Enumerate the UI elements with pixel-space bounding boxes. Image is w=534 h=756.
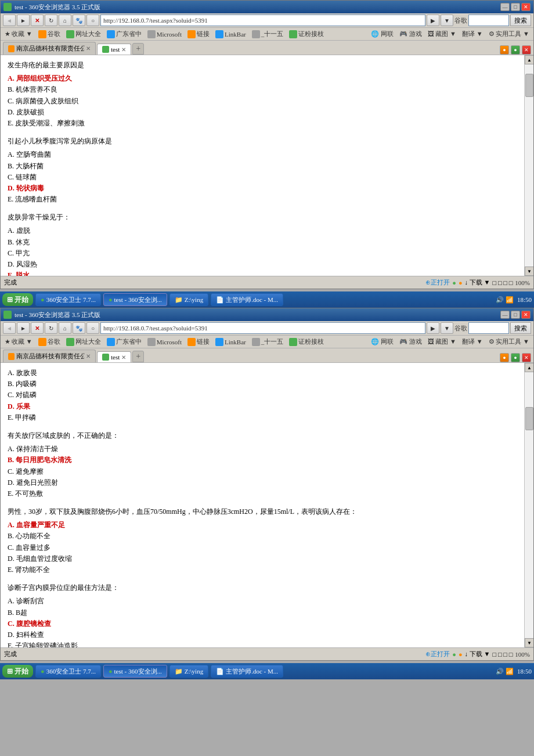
- option-8d: D. 妇科检查: [8, 629, 516, 640]
- go-button-2[interactable]: ▶: [427, 322, 439, 334]
- bookmark-wanglian-1[interactable]: 🌐 网联: [369, 29, 395, 39]
- bookmark-links-2[interactable]: 链接: [186, 337, 211, 347]
- linkbar-icon-1: [215, 30, 223, 38]
- taskbar-item-ying-2[interactable]: 📁 Z:\ying: [169, 665, 208, 678]
- bookmark-links-1[interactable]: 链接: [186, 29, 211, 39]
- bookmark-tools-2[interactable]: ⚙ 实用工具 ▼: [487, 337, 531, 347]
- bookmark-linkbar-2[interactable]: LinkBar: [214, 337, 248, 347]
- bookmark-google-2[interactable]: 谷歌: [37, 337, 62, 347]
- bookmark-eleven-2[interactable]: _十一五: [250, 337, 286, 347]
- ms-icon-2: [147, 338, 156, 346]
- bookmark-games-2[interactable]: 🎮 游戏: [398, 337, 424, 347]
- tab-ctrl-orange-1[interactable]: ●: [500, 45, 509, 55]
- search-input-1[interactable]: [468, 15, 509, 26]
- bookmark-label-ms-1: Microsoft: [157, 31, 182, 38]
- bookmark-zhengfen-1[interactable]: 证粉接枝: [287, 29, 326, 39]
- close-button-2[interactable]: ✕: [521, 311, 531, 319]
- scroll-down-2[interactable]: ▼: [525, 638, 533, 647]
- bookmark-ms-1[interactable]: Microsoft: [146, 30, 183, 39]
- bookmark-cangtu-1[interactable]: 🖼 藏图 ▼: [426, 29, 458, 39]
- bookmark-gd-1[interactable]: 广东省中: [105, 29, 143, 39]
- new-tab-button-2[interactable]: +: [132, 351, 144, 362]
- question-text-7: 男性，30岁，双下肢及胸腹部烧伤6小时，血压70/50mmHg，中心静脉压3cm…: [8, 506, 516, 517]
- tab-nanjing-2[interactable]: 南京品德科技有限责任公... ✕: [3, 350, 96, 362]
- bookmark-ms-2[interactable]: Microsoft: [146, 337, 183, 347]
- bookmark-url-1[interactable]: 网址大全: [64, 29, 103, 39]
- maximize-button-1[interactable]: □: [511, 3, 520, 11]
- paw-button-1[interactable]: 🐾: [73, 15, 85, 26]
- taskbar-item-doc-2[interactable]: 📄 主管护师.doc - M...: [211, 665, 283, 678]
- tab-test-2[interactable]: test ✕: [97, 351, 131, 362]
- tab-close-test-1[interactable]: ✕: [121, 46, 126, 53]
- tab-ctrl-orange-2[interactable]: ●: [500, 353, 509, 362]
- bookmark-favorites-2[interactable]: ★ 收藏 ▼: [3, 337, 34, 347]
- address-bar-2[interactable]: http://192.168.0.7/test.aspx?soluid=5391: [100, 322, 425, 334]
- start-button-2[interactable]: ⊞ 开始: [2, 665, 33, 678]
- back-button-2[interactable]: ◄: [3, 322, 16, 334]
- tab-nanjing-1[interactable]: 南京品德科技有限责任公... ✕: [3, 42, 96, 55]
- question-text-2: 引起小儿秋季腹泻常见的病原体是: [8, 136, 516, 147]
- minimize-button-2[interactable]: —: [500, 311, 510, 319]
- home-button-1[interactable]: ⌂: [59, 15, 71, 26]
- tab-ctrl-red-2[interactable]: ✕: [522, 353, 531, 362]
- search-button-2[interactable]: 搜索: [510, 322, 531, 334]
- taskbar-item-test-1[interactable]: ● test - 360安全浏...: [103, 293, 167, 306]
- address-bar-1[interactable]: http://192.168.0.7/test.aspx?soluid=5391: [100, 15, 425, 26]
- search-input-2[interactable]: [468, 322, 509, 334]
- nav-extra-1[interactable]: ○: [86, 15, 99, 26]
- start-button-1[interactable]: ⊞ 开始: [2, 293, 33, 306]
- taskbar-item-doc-1[interactable]: 📄 主管护师.doc - M...: [211, 293, 283, 306]
- taskbar-item-360-1[interactable]: ● 360安全卫士 7.7...: [35, 293, 101, 306]
- tab-close-nanjing-2[interactable]: ✕: [86, 353, 91, 359]
- tab-close-test-2[interactable]: ✕: [121, 354, 126, 361]
- search-button-1[interactable]: 搜索: [510, 15, 531, 26]
- forward-button-2[interactable]: ►: [17, 322, 30, 334]
- back-button-1[interactable]: ◄: [3, 15, 16, 26]
- bookmark-eleven-1[interactable]: _十一五: [250, 29, 286, 39]
- minimize-button-1[interactable]: —: [500, 3, 510, 11]
- bookmark-favorites-1[interactable]: ★ 收藏 ▼: [3, 29, 34, 39]
- dropdown-btn-2[interactable]: ▼: [441, 322, 453, 334]
- bookmark-wanglian-2[interactable]: 🌐 网联: [369, 337, 395, 347]
- bookmark-translate-2[interactable]: 翻译 ▼: [460, 337, 485, 347]
- bookmark-linkbar-1[interactable]: LinkBar: [214, 30, 248, 39]
- forward-button-1[interactable]: ►: [17, 15, 30, 26]
- bookmark-cangtu-2[interactable]: 🖼 藏图 ▼: [426, 337, 458, 347]
- scroll-down-1[interactable]: ▼: [525, 267, 533, 276]
- paw-button-2[interactable]: 🐾: [73, 322, 85, 334]
- new-tab-button-1[interactable]: +: [132, 43, 144, 55]
- status-circle-green-2: ●: [452, 651, 456, 658]
- taskbar-item-ying-1[interactable]: 📁 Z:\ying: [169, 293, 208, 306]
- bookmark-zhengfen-2[interactable]: 证粉接枝: [287, 337, 326, 347]
- dropdown-btn-1[interactable]: ▼: [441, 15, 453, 26]
- tab-icon-nanjing-1: [8, 45, 15, 52]
- tab-close-nanjing-1[interactable]: ✕: [86, 45, 91, 52]
- tab-ctrl-green-2[interactable]: ●: [511, 353, 520, 362]
- maximize-button-2[interactable]: □: [511, 311, 520, 319]
- tab-ctrl-green-1[interactable]: ●: [511, 45, 520, 55]
- bookmark-label-favorites-2: 收藏 ▼: [12, 337, 33, 346]
- close-button-1[interactable]: ✕: [521, 3, 531, 11]
- refresh-button-1[interactable]: ↻: [45, 15, 57, 26]
- search-engine-label-1: 谷歌: [454, 16, 467, 25]
- bookmark-tools-1[interactable]: ⚙ 实用工具 ▼: [487, 29, 531, 39]
- taskbar-item-test-2[interactable]: ● test - 360安全浏...: [103, 665, 167, 678]
- scroll-up-2[interactable]: ▲: [525, 363, 533, 372]
- scroll-up-1[interactable]: ▲: [525, 55, 533, 64]
- nav-extra-2[interactable]: ○: [86, 322, 99, 334]
- home-button-2[interactable]: ⌂: [59, 322, 71, 334]
- scroll-thumb-2[interactable]: [525, 407, 533, 430]
- bookmark-url-2[interactable]: 网址大全: [64, 337, 103, 347]
- tab-ctrl-red-1[interactable]: ✕: [522, 45, 531, 55]
- bookmark-google-1[interactable]: 谷歌: [37, 29, 62, 39]
- refresh-button-2[interactable]: ↻: [45, 322, 57, 334]
- bookmark-gd-2[interactable]: 广东省中: [105, 337, 143, 347]
- bookmark-translate-1[interactable]: 翻译 ▼: [460, 29, 485, 39]
- bookmark-games-1[interactable]: 🎮 游戏: [398, 29, 424, 39]
- taskbar-item-360-2[interactable]: ● 360安全卫士 7.7...: [35, 665, 101, 678]
- stop-button-1[interactable]: ✕: [31, 15, 44, 26]
- tab-test-1[interactable]: test ✕: [97, 44, 131, 55]
- stop-button-2[interactable]: ✕: [31, 322, 44, 334]
- scroll-thumb-1[interactable]: [525, 74, 533, 97]
- go-button-1[interactable]: ▶: [427, 15, 439, 26]
